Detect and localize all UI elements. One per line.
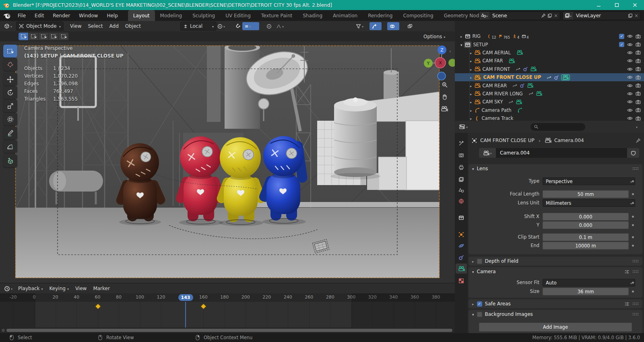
select-mode-extend-button[interactable] [29, 33, 38, 40]
maximize-button[interactable] [608, 0, 626, 10]
expand-icon[interactable] [470, 74, 472, 80]
blender-app-menu-icon[interactable] [4, 12, 11, 19]
tab-view-layer[interactable] [456, 174, 467, 184]
panel-grip[interactable] [632, 302, 639, 305]
render-visibility-icon[interactable] [636, 75, 641, 80]
outliner-row-cam-far[interactable]: CAM FAR [455, 57, 644, 65]
menu-help[interactable]: Help [102, 10, 122, 21]
timeline-scrollbar[interactable] [0, 328, 455, 333]
properties-editor-type-button[interactable] [456, 123, 470, 131]
panel-grip[interactable] [632, 167, 639, 170]
zoom-control-icon[interactable] [442, 82, 448, 88]
playhead-frame-pill[interactable]: 143 [178, 294, 193, 301]
sensor-size-field[interactable]: 36 mm [543, 288, 629, 295]
render-visibility-icon[interactable] [636, 42, 641, 47]
shift-y-field[interactable]: 0.000 [543, 221, 629, 229]
properties-options-dropdown[interactable] [636, 124, 638, 130]
new-viewlayer-icon[interactable] [628, 13, 633, 18]
tool-scale[interactable] [3, 99, 17, 112]
tool-cursor[interactable] [3, 58, 17, 71]
hide-eye-icon[interactable] [627, 83, 633, 89]
tab-world[interactable] [456, 196, 467, 206]
menu-view[interactable]: View [67, 23, 85, 29]
object-visibility-dropdown[interactable] [353, 22, 366, 30]
keyframe-diamond[interactable] [200, 303, 207, 310]
outliner-row-cam-rear[interactable]: CAM REAR [455, 81, 644, 89]
id-name-field[interactable]: Camera.004 [496, 148, 627, 158]
outliner-row-cam-front-close-up[interactable]: CAM FRONT CLOSE UP [455, 73, 644, 81]
snap-toggle[interactable] [233, 22, 243, 30]
hide-eye-icon[interactable] [627, 99, 633, 105]
gizmos-toggle[interactable] [369, 22, 382, 30]
background-images-checkbox[interactable] [477, 312, 482, 317]
workspace-tab-texture-paint[interactable]: Texture Paint [256, 10, 297, 21]
expand-icon[interactable] [470, 66, 472, 72]
move-view-icon[interactable] [442, 94, 448, 100]
proportional-falloff-dropdown[interactable] [274, 22, 286, 30]
collapse-icon[interactable] [472, 166, 474, 171]
menu-edit[interactable]: Edit [30, 10, 48, 21]
tool-rotate[interactable] [3, 86, 17, 99]
tool-select-box[interactable] [3, 45, 17, 58]
tool-annotate[interactable] [3, 127, 17, 140]
clip-start-field[interactable]: 0.1 m [543, 233, 629, 241]
outliner-row-rig[interactable]: RIG 12 765 4 4 [455, 32, 644, 40]
render-visibility-icon[interactable] [636, 34, 641, 39]
expand-icon[interactable] [472, 258, 474, 264]
presets-icon[interactable] [624, 269, 630, 274]
tab-scene[interactable] [456, 185, 467, 195]
transform-orientation-dropdown[interactable]: Local [180, 22, 217, 31]
hide-eye-icon[interactable] [627, 66, 633, 72]
lens-unit-dropdown[interactable]: Millimeters [543, 199, 635, 207]
panel-title[interactable]: Background Images [485, 311, 533, 317]
overlays-toggle[interactable] [387, 22, 399, 30]
viewlayer-name[interactable]: ViewLayer [576, 13, 601, 19]
panel-title[interactable]: Depth of Field [485, 258, 518, 264]
menu-window[interactable]: Window [74, 10, 102, 21]
outliner-row-camera-path[interactable]: Camera Path [455, 106, 644, 114]
animate-dot[interactable] [632, 290, 634, 293]
camera-view-icon[interactable] [441, 106, 448, 112]
tab-output[interactable] [456, 162, 467, 172]
expand-icon[interactable] [470, 58, 472, 64]
breadcrumb-data[interactable]: Camera.004 [554, 138, 584, 143]
collapse-icon[interactable] [460, 42, 462, 47]
clip-end-field[interactable]: 10000 m [543, 242, 629, 249]
render-visibility-icon[interactable] [636, 116, 641, 121]
mode-dropdown[interactable]: Object Mode [16, 22, 64, 31]
close-button[interactable] [626, 0, 644, 10]
timeline-menu-keying[interactable]: Keying [46, 286, 72, 291]
scrollbar-thumb[interactable] [6, 329, 452, 332]
expand-icon[interactable] [470, 99, 472, 105]
workspace-tab-layout[interactable]: Layout [128, 10, 155, 21]
tool-add-cube[interactable] [3, 155, 17, 167]
timeline-menu-view[interactable]: View [72, 286, 90, 291]
viewlayer-browse-button[interactable] [563, 12, 573, 20]
tab-tool[interactable] [456, 138, 467, 148]
hide-eye-icon[interactable] [627, 91, 633, 97]
panel-grip[interactable] [632, 260, 639, 263]
sidebar-collapse-icon[interactable]: ‹ [449, 49, 451, 54]
tool-move[interactable] [3, 73, 17, 86]
timeline-menu-marker[interactable]: Marker [90, 286, 113, 291]
hide-eye-icon[interactable] [627, 107, 633, 113]
panel-title[interactable]: Camera [477, 269, 496, 274]
animate-dot[interactable] [632, 216, 634, 218]
timeline-ruler[interactable]: -200204060801001201601802002202402602803… [0, 293, 455, 302]
workspace-tab-rendering[interactable]: Rendering [363, 10, 398, 21]
animate-dot[interactable] [632, 202, 634, 204]
outliner-row-setup[interactable]: SETUP [455, 40, 644, 48]
collection-checkbox[interactable] [619, 42, 624, 47]
menu-add[interactable]: Add [106, 23, 122, 29]
viewport-3d[interactable]: Z Y X Camera Perspective (143) SETUP | C… [0, 41, 455, 283]
breadcrumb-object[interactable]: CAM FRONT CLOSE UP [480, 138, 535, 143]
hide-eye-icon[interactable] [627, 50, 633, 56]
animate-dot[interactable] [632, 224, 634, 226]
tab-render[interactable] [456, 150, 467, 160]
expand-icon[interactable] [470, 115, 472, 121]
hide-eye-icon[interactable] [627, 115, 633, 121]
timeline-editor-type-button[interactable] [2, 284, 15, 293]
render-visibility-icon[interactable] [636, 66, 641, 72]
collapse-icon[interactable] [472, 269, 474, 274]
select-mode-intersect-button[interactable] [59, 33, 68, 40]
